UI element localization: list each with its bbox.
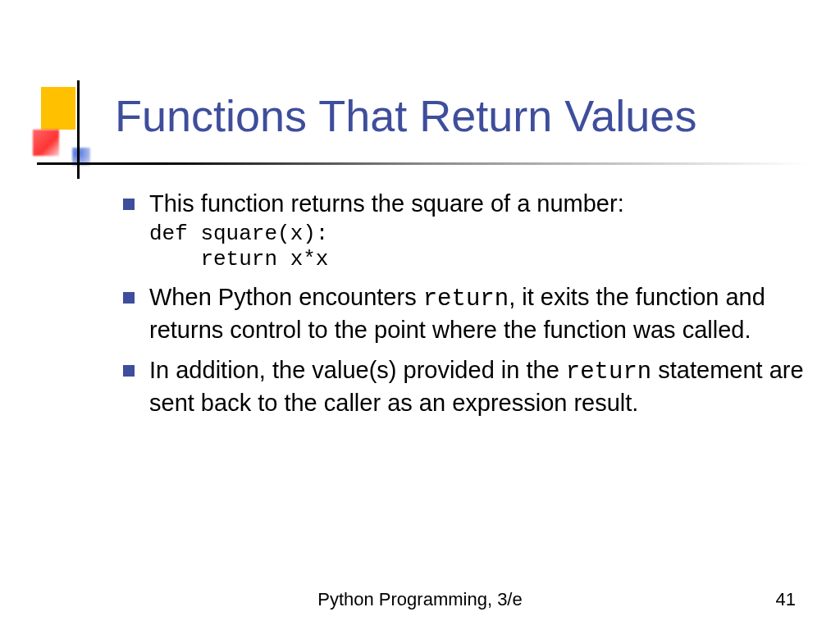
bullet-icon [123,199,135,210]
footer-text: Python Programming, 3/e [0,589,840,610]
bullet-text: This function returns the square of a nu… [149,189,624,272]
bullet-icon [123,292,135,304]
page-number: 41 [776,589,796,610]
bullet-item-3: In addition, the value(s) provided in th… [123,355,804,418]
code-inline: return [423,285,509,313]
bullet-icon [123,365,135,377]
code-block: def square(x): return x*x [149,221,624,272]
decoration-red-box [33,130,59,156]
title-underline [37,162,808,165]
bullet-text-line: This function returns the square of a nu… [149,190,624,217]
slide-decoration [33,87,92,166]
slide-title: Functions That Return Values [115,90,696,141]
text-fragment: When Python encounters [149,284,423,310]
decoration-yellow-box [41,87,75,130]
code-inline: return [566,358,651,386]
bullet-text: When Python encounters return, it exits … [149,282,804,345]
bullet-text: In addition, the value(s) provided in th… [149,355,804,418]
slide-content: This function returns the square of a nu… [123,189,804,429]
bullet-item-2: When Python encounters return, it exits … [123,282,804,345]
bullet-item-1: This function returns the square of a nu… [123,189,804,272]
text-fragment: In addition, the value(s) provided in th… [149,357,566,383]
